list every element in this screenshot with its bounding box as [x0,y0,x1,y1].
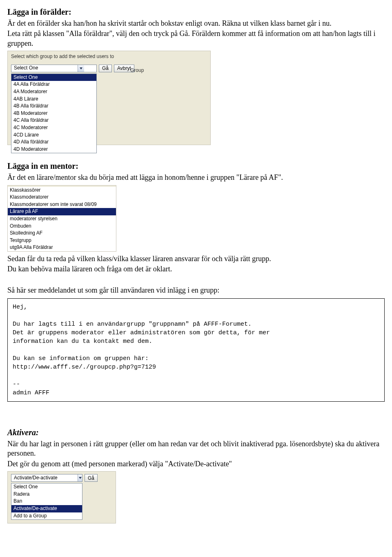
mentor-list-widget: KlasskassörerKlassmoderatorerKlassmodera… [7,185,116,252]
activate-dropdown[interactable]: Activate/De-activate [11,474,82,482]
list-item[interactable]: 4C Alla föräldrar [11,117,96,124]
activate-options-list[interactable]: Select OneRaderaBanActivate/De-activateA… [11,483,82,520]
list-item[interactable]: Activate/De-activate [11,505,82,512]
heading-parent: Lägga in förälder: [7,7,385,17]
group-select-widget: Select which group to add the selected u… [7,51,211,145]
list-item[interactable]: Klasskassörer [8,187,116,194]
activate-p2: Det gör du genom att (med personen marke… [7,459,385,469]
list-item[interactable]: Klassmoderatorer [8,194,116,201]
list-item[interactable]: 4D Alla föräldrar [11,139,96,146]
list-item[interactable]: Radera [11,491,82,498]
parent-p1: Är det en förälder ska han/hon ha skrivi… [7,19,385,28]
list-item[interactable]: Lärare på AF [8,208,116,215]
group-select-label: Select which group to add the selected u… [11,54,207,60]
mentor-options-list[interactable]: KlasskassörerKlassmoderatorerKlassmodera… [8,187,116,251]
parent-p2: Leta rätt på klassen "Alla föräldrar", v… [7,29,385,48]
go-button[interactable]: Gå [99,65,112,72]
list-item[interactable]: Select One [11,74,96,81]
mentor-p1: Är det en lärare/mentor ska du börja med… [7,173,385,182]
go-button[interactable]: Gå [85,474,98,482]
list-item[interactable]: moderatorer styrelsen [8,215,116,223]
list-item[interactable]: 4AB Lärare [11,96,96,103]
activate-p1: När du har lagt in personen i rätt grupp… [7,439,385,459]
heading-activate: Aktivera: [7,427,385,438]
list-item[interactable]: 4D Moderatorer [11,146,96,153]
group-options-list[interactable]: Select One4A Alla Föräldrar4A Moderatore… [11,74,97,154]
list-item[interactable]: 4B Alla föräldrar [11,103,96,110]
heading-mentor: Lägga in en mentor: [7,161,385,171]
chevron-down-icon [78,474,82,481]
list-item[interactable]: 4A Moderatorer [11,88,96,96]
activate-widget: Activate/De-activate Gå Select OneRadera… [7,471,116,523]
list-item[interactable]: 4A Alla Föräldrar [11,81,96,88]
list-item[interactable]: Ban [11,498,82,505]
list-item[interactable]: 4CD Lärare [11,132,96,139]
list-item[interactable]: Testgrupp [8,237,116,244]
activate-dropdown-value: Activate/De-activate [11,474,78,481]
list-item[interactable]: Ombuden [8,223,116,230]
list-item[interactable]: Select One [11,483,82,491]
message-body: Hej, Du har lagts till i en användargrup… [7,298,385,402]
list-item[interactable]: Add to a Group [11,512,82,520]
message-intro: Så här ser meddelandet ut som går till a… [7,286,385,295]
list-item[interactable]: utg9A Alla Föräldrar [8,244,116,251]
group-dropdown[interactable]: Select One [11,65,97,72]
group-dropdown-value: Select One [11,65,78,72]
list-item[interactable]: 4C Moderatorer [11,124,96,132]
chevron-down-icon [78,65,84,72]
mentor-p3: Du kan behöva maila läraren och fråga om… [7,264,385,274]
mentor-p2: Sedan får du ta reda på vilken klass/vil… [7,254,385,264]
group-background-text: Group [130,67,144,74]
list-item[interactable]: 4B Moderatorer [11,110,96,117]
list-item[interactable]: Skolledning AF [8,230,116,237]
list-item[interactable]: Klassmoderatorer som inte svarat 08/09 [8,201,116,208]
